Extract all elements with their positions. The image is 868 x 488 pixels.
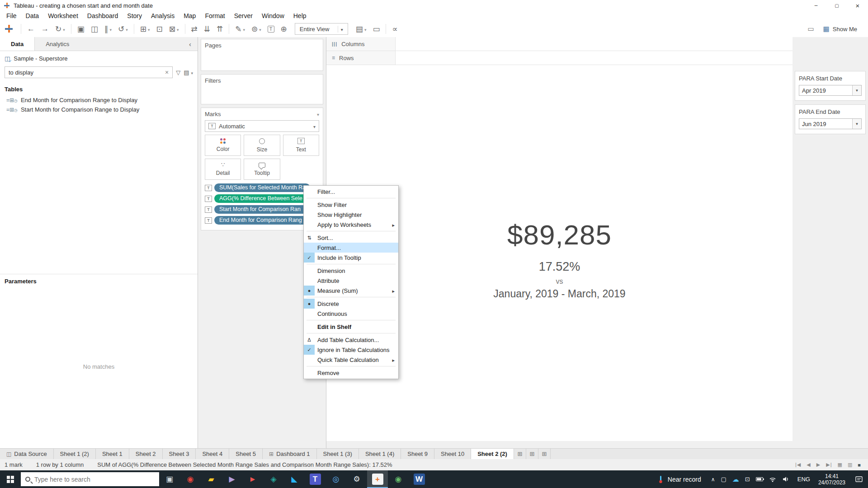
word-icon[interactable]: W bbox=[409, 470, 429, 488]
swap-rows-columns-icon[interactable]: ⇄ bbox=[188, 23, 201, 35]
first-mark-icon[interactable]: |◀ bbox=[795, 462, 801, 468]
media-player-icon[interactable]: ► bbox=[242, 470, 263, 488]
tooltip-button[interactable]: Tooltip bbox=[244, 159, 280, 180]
columns-shelf-area[interactable] bbox=[396, 37, 793, 51]
context-menu-item[interactable]: Dimension bbox=[304, 266, 398, 276]
presentation-mode-icon[interactable]: ▭ bbox=[369, 23, 383, 35]
settings-icon[interactable]: ⚙ bbox=[346, 470, 367, 488]
menu-bar-item[interactable]: Story bbox=[123, 12, 146, 19]
menu-bar-item[interactable]: Data bbox=[21, 12, 44, 19]
sheet-tab[interactable]: Sheet 10 bbox=[434, 449, 471, 459]
close-button[interactable] bbox=[847, 0, 868, 11]
context-menu-item[interactable]: Continuous bbox=[304, 309, 398, 319]
current-view-icon[interactable]: ■ bbox=[858, 462, 861, 468]
field-pill[interactable]: SUM(Sales for Selected Month Ran bbox=[214, 183, 310, 192]
chrome-profile-icon[interactable]: ◉ bbox=[388, 470, 409, 488]
filmstrip-view-icon[interactable]: ▥ bbox=[848, 462, 852, 468]
sheet-tab[interactable]: Sheet 9 bbox=[401, 449, 434, 459]
chevron-down-icon[interactable] bbox=[852, 85, 861, 95]
rows-shelf-area[interactable] bbox=[396, 51, 793, 65]
menu-bar-item[interactable]: Map bbox=[179, 12, 200, 19]
taskbar-clock[interactable]: 14:41 24/07/2023 bbox=[814, 473, 850, 486]
sort-ascending-icon[interactable]: ⇊ bbox=[201, 23, 213, 35]
task-view-icon[interactable]: ▣ bbox=[159, 470, 180, 488]
minimize-button[interactable] bbox=[806, 0, 826, 11]
context-menu-item[interactable]: Δ Add Table Calculation... bbox=[304, 335, 398, 345]
data-panel-tab[interactable]: Data bbox=[0, 37, 35, 51]
field-search-input[interactable] bbox=[9, 69, 165, 76]
redo-icon[interactable]: ↻ bbox=[52, 23, 68, 35]
taskbar-search-input[interactable] bbox=[34, 476, 155, 483]
wifi-icon[interactable] bbox=[769, 476, 776, 482]
sort-descending-icon[interactable]: ⇈ bbox=[213, 23, 226, 35]
context-menu-item[interactable]: Quick Table Calculation bbox=[304, 355, 398, 365]
filters-shelf[interactable]: Filters bbox=[201, 74, 323, 104]
datasource-row[interactable]: Sample - Superstore bbox=[0, 52, 198, 65]
color-button[interactable]: Color bbox=[205, 135, 241, 156]
tableau-logo-icon[interactable] bbox=[5, 24, 14, 33]
filter-funnel-icon[interactable] bbox=[176, 69, 180, 76]
vscode-icon[interactable]: ◣ bbox=[284, 470, 305, 488]
context-menu-item[interactable]: ✓ Ignore in Table Calculations bbox=[304, 345, 398, 355]
text-mark-icon[interactable]: T bbox=[205, 185, 212, 191]
forward-icon[interactable]: → bbox=[38, 23, 52, 35]
duplicate-icon[interactable]: ⊡ bbox=[153, 23, 166, 35]
sheet-tab[interactable]: Sheet 1 (4) bbox=[359, 449, 401, 459]
highlight-icon[interactable]: ✎ bbox=[232, 23, 248, 35]
new-dashboard-tab-button[interactable] bbox=[526, 449, 538, 459]
sheet-tab[interactable]: Sheet 2 (2) bbox=[471, 449, 514, 459]
parameter-select[interactable]: Apr 2019 bbox=[799, 85, 862, 96]
context-menu-item[interactable]: Format... bbox=[304, 243, 398, 253]
show-hidden-icons-icon[interactable] bbox=[711, 476, 715, 483]
data-panel-tab[interactable]: Analytics bbox=[35, 37, 80, 51]
new-worksheet-icon[interactable]: ⊞ bbox=[137, 23, 153, 35]
sheet-tab[interactable]: Sheet 1 (2) bbox=[54, 449, 96, 459]
pause-updates-icon[interactable]: ∥ bbox=[101, 23, 115, 35]
context-menu-item[interactable]: Filter... bbox=[304, 187, 398, 197]
edge-icon[interactable]: ◎ bbox=[326, 470, 346, 488]
clear-sheet-icon[interactable]: ⊠ bbox=[166, 23, 182, 35]
menu-bar-item[interactable]: Window bbox=[257, 12, 289, 19]
show-hide-cards-icon[interactable]: ▤ bbox=[353, 23, 370, 35]
menu-bar-item[interactable]: Server bbox=[230, 12, 257, 19]
text-mark-icon[interactable]: T bbox=[205, 206, 212, 213]
new-story-tab-button[interactable] bbox=[538, 449, 551, 459]
chevron-down-icon[interactable] bbox=[317, 111, 319, 117]
new-worksheet-tab-button[interactable] bbox=[514, 449, 526, 459]
language-indicator[interactable]: ENG bbox=[794, 476, 814, 483]
field-row[interactable]: Start Month for Comparison Range to Disp… bbox=[0, 105, 198, 114]
teams-icon[interactable]: T bbox=[305, 470, 326, 488]
save-icon[interactable]: ▣ bbox=[74, 23, 88, 35]
start-button[interactable] bbox=[0, 470, 21, 488]
volume-icon[interactable] bbox=[782, 476, 789, 482]
pages-shelf[interactable]: Pages bbox=[201, 39, 323, 71]
menu-bar-item[interactable]: Format bbox=[200, 12, 229, 19]
group-members-icon[interactable]: ⊚ bbox=[248, 23, 264, 35]
sheet-tab[interactable]: Sheet 3 bbox=[163, 449, 196, 459]
chevron-down-icon[interactable] bbox=[338, 26, 346, 33]
sheet-tab[interactable]: Sheet 4 bbox=[196, 449, 229, 459]
file-explorer-icon[interactable]: ▰ bbox=[201, 470, 222, 488]
fix-axes-icon[interactable]: ⊕ bbox=[278, 23, 290, 35]
context-menu-item[interactable]: Show Filter bbox=[304, 200, 398, 210]
previous-mark-icon[interactable]: ◀ bbox=[807, 462, 811, 468]
clear-search-icon[interactable] bbox=[165, 69, 169, 76]
run-updates-icon[interactable]: ↺ bbox=[115, 23, 131, 35]
photos-app-icon[interactable]: ◈ bbox=[263, 470, 284, 488]
cast-icon[interactable] bbox=[721, 476, 726, 483]
sheet-tab[interactable]: Sheet 5 bbox=[229, 449, 263, 459]
back-icon[interactable]: ← bbox=[24, 23, 38, 35]
text-mark-icon[interactable]: T bbox=[205, 196, 212, 202]
view-as-button[interactable] bbox=[184, 69, 193, 76]
menu-bar-item[interactable]: Analysis bbox=[146, 12, 179, 19]
context-menu-item[interactable]: ● Discrete bbox=[304, 299, 398, 309]
device-preview-icon[interactable]: ▭ bbox=[807, 25, 814, 33]
sheet-tab[interactable]: Sheet 1 bbox=[96, 449, 129, 459]
share-workbook-icon[interactable]: ∝ bbox=[389, 23, 401, 35]
text-button[interactable]: T Text bbox=[283, 135, 319, 156]
size-button[interactable]: Size bbox=[244, 135, 280, 156]
chevron-down-icon[interactable] bbox=[852, 119, 861, 129]
screen-share-icon[interactable] bbox=[745, 476, 750, 483]
sheet-tab[interactable]: ◫ Data Source bbox=[0, 449, 54, 459]
menu-bar-item[interactable]: Worksheet bbox=[43, 12, 83, 19]
